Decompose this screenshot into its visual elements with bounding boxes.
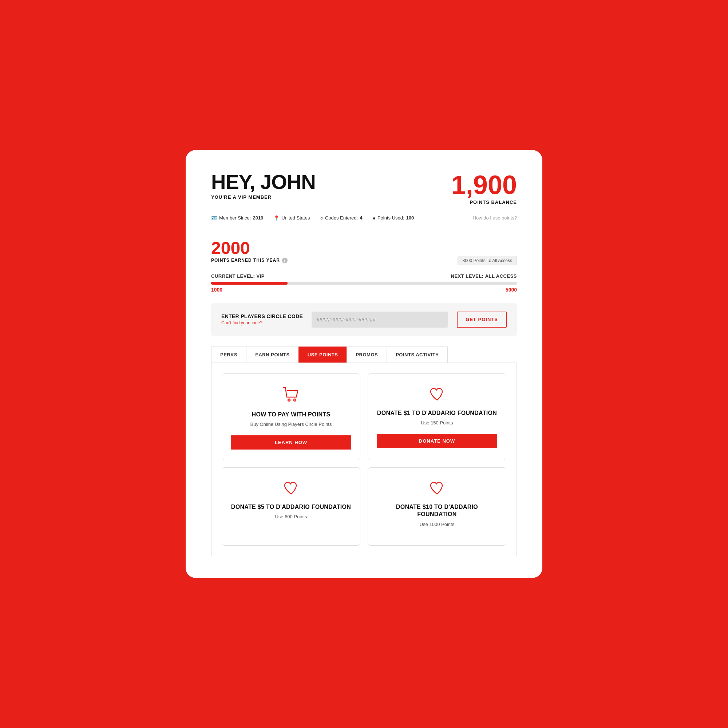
learn-how-button[interactable]: LEARN HOW xyxy=(231,435,351,450)
tab-perks[interactable]: PERKS xyxy=(211,347,246,362)
main-card: HEY, JOHN YOU'RE A VIP MEMBER 1,900 POIN… xyxy=(186,150,542,578)
points-used-icon: ● xyxy=(372,215,375,221)
meta-location: 📍 United States xyxy=(273,215,310,221)
points-balance-label: POINTS BALANCE xyxy=(451,199,517,205)
card-donate-5: DONATE $5 TO D'ADDARIO FOUNDATION Use 60… xyxy=(222,467,360,546)
tab-points-activity[interactable]: POINTS ACTIVITY xyxy=(387,347,448,362)
codes-entered-label: Codes Entered: xyxy=(325,215,358,220)
progress-labels: 1000 5000 xyxy=(211,287,517,293)
next-level: NEXT LEVEL: ALL ACCESS xyxy=(451,273,517,279)
tab-promos[interactable]: PROMOS xyxy=(347,347,387,362)
card-pay-with-points: HOW TO PAY WITH POINTS Buy Online Using … xyxy=(222,373,360,460)
meta-codes: ○ Codes Entered: 4 xyxy=(320,215,362,221)
tab-use-points[interactable]: USE POINTS xyxy=(298,347,347,362)
progress-bar-fill xyxy=(211,282,288,284)
member-since-label: Member Since: xyxy=(219,215,251,220)
member-since-value: 2019 xyxy=(252,215,263,220)
meta-member-since: 🪪 Member Since: 2019 xyxy=(211,215,263,221)
card-2-desc: Use 150 Points xyxy=(421,420,453,426)
heart-icon-1 xyxy=(429,387,445,404)
card-4-title: DONATE $10 TO D'ADDARIO FOUNDATION xyxy=(377,503,497,519)
points-used-value: 100 xyxy=(406,215,414,220)
card-3-title: DONATE $5 TO D'ADDARIO FOUNDATION xyxy=(231,503,351,511)
cards-grid: HOW TO PAY WITH POINTS Buy Online Using … xyxy=(222,373,506,546)
card-4-desc: Use 1000 Points xyxy=(420,521,454,528)
member-icon: 🪪 xyxy=(211,215,217,221)
card-1-title: HOW TO PAY WITH POINTS xyxy=(252,411,330,419)
info-icon[interactable]: i xyxy=(282,258,288,263)
codes-entered-value: 4 xyxy=(359,215,362,220)
meta-points-used: ● Points Used: 100 xyxy=(372,215,414,221)
svg-point-0 xyxy=(288,399,290,401)
tabs-container: PERKS EARN POINTS USE POINTS PROMOS POIN… xyxy=(211,347,517,363)
card-3-desc: Use 600 Points xyxy=(275,514,307,520)
heart-icon-2 xyxy=(283,481,299,498)
header-section: HEY, JOHN YOU'RE A VIP MEMBER 1,900 POIN… xyxy=(211,172,517,205)
progress-max: 5000 xyxy=(506,287,517,293)
points-balance-value: 1,900 xyxy=(451,172,517,198)
help-link-container[interactable]: How do I use points? xyxy=(473,215,517,220)
vip-label: YOU'RE A VIP MEMBER xyxy=(211,194,316,200)
location-value: United States xyxy=(281,215,310,220)
code-title: ENTER PLAYERS CIRCLE CODE xyxy=(221,314,303,319)
tab-earn-points[interactable]: EARN POINTS xyxy=(246,347,298,362)
card-donate-10: DONATE $10 TO D'ADDARIO FOUNDATION Use 1… xyxy=(368,467,506,546)
cards-section: HOW TO PAY WITH POINTS Buy Online Using … xyxy=(211,363,517,557)
progress-container xyxy=(211,282,517,284)
points-used-label: Points Used: xyxy=(378,215,404,220)
card-2-title: DONATE $1 TO D'ADDARIO FOUNDATION xyxy=(377,410,497,417)
level-row: CURRENT LEVEL: VIP NEXT LEVEL: ALL ACCES… xyxy=(211,273,517,279)
points-earned-value: 2000 xyxy=(211,240,517,257)
card-1-desc: Buy Online Using Players Circle Points xyxy=(251,421,332,428)
location-icon: 📍 xyxy=(273,215,280,221)
get-points-button[interactable]: GET POINTS xyxy=(457,312,507,327)
card-donate-1: DONATE $1 TO D'ADDARIO FOUNDATION Use 15… xyxy=(368,373,506,460)
cant-find-link[interactable]: Can't find your code? xyxy=(221,320,262,326)
codes-icon: ○ xyxy=(320,215,323,221)
heart-icon-3 xyxy=(429,481,445,498)
badge-3000: 3000 Points To All Access xyxy=(457,256,517,265)
donate-now-button-1[interactable]: DONATE NOW xyxy=(377,434,497,448)
help-link[interactable]: How do I use points? xyxy=(473,215,517,220)
progress-min: 1000 xyxy=(211,287,222,293)
current-level: CURRENT LEVEL: VIP xyxy=(211,273,265,279)
progress-bar-bg xyxy=(211,282,517,284)
code-input[interactable] xyxy=(312,312,448,327)
cart-icon xyxy=(283,387,300,405)
code-section-left: ENTER PLAYERS CIRCLE CODE Can't find you… xyxy=(221,314,303,326)
code-section: ENTER PLAYERS CIRCLE CODE Can't find you… xyxy=(211,303,517,336)
meta-row: 🪪 Member Since: 2019 📍 United States ○ C… xyxy=(211,215,517,229)
svg-point-1 xyxy=(294,399,296,401)
header-right: 1,900 POINTS BALANCE xyxy=(451,172,517,205)
header-left: HEY, JOHN YOU'RE A VIP MEMBER xyxy=(211,172,316,200)
greeting-title: HEY, JOHN xyxy=(211,172,316,192)
